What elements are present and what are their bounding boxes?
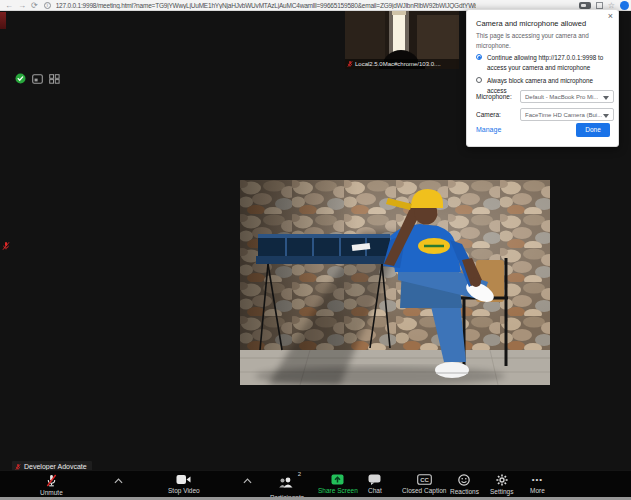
- microphone-field-label: Microphone:: [476, 93, 512, 100]
- more-button[interactable]: ••• More: [530, 474, 545, 494]
- more-label: More: [530, 487, 545, 494]
- close-icon[interactable]: ×: [608, 12, 613, 21]
- video-camera-icon: [176, 474, 191, 485]
- svg-text:CC: CC: [420, 477, 429, 483]
- share-page-icon[interactable]: [596, 2, 603, 9]
- unmute-label: Unmute: [40, 489, 63, 496]
- popup-title: Camera and microphone allowed: [476, 19, 586, 28]
- stop-video-button[interactable]: Stop Video: [168, 474, 200, 494]
- popup-body-text: This page is accessing your camera and m…: [476, 31, 610, 51]
- manage-button[interactable]: Manage: [476, 126, 501, 133]
- chevron-down-icon: [603, 96, 609, 100]
- muted-mic-icon: [347, 60, 353, 68]
- profile-avatar[interactable]: [620, 1, 629, 10]
- closed-caption-button[interactable]: CC Closed Caption: [402, 474, 446, 494]
- speaker-view-icon[interactable]: [32, 74, 43, 84]
- closed-caption-icon: CC: [417, 474, 432, 485]
- settings-button[interactable]: Settings: [490, 474, 514, 495]
- settings-gear-icon: [496, 474, 508, 486]
- url-input[interactable]: 127.0.0.1:9998/meeting.html?name=TG9jYWw…: [56, 2, 476, 9]
- closed-caption-label: Closed Caption: [402, 487, 446, 494]
- more-ellipsis-icon: •••: [532, 474, 543, 485]
- camera-select[interactable]: FaceTime HD Camera (Bui...: [520, 108, 614, 121]
- back-icon[interactable]: ←: [5, 0, 13, 11]
- video-tile-edge-artifact: [0, 12, 6, 29]
- stop-video-label: Stop Video: [168, 487, 200, 494]
- reactions-smiley-icon: [458, 474, 470, 486]
- radio-selected-icon: [476, 54, 482, 60]
- participants-icon: [279, 477, 295, 488]
- app-window: ← → ⟳ i 127.0.0.1:9998/meeting.html?name…: [0, 0, 631, 500]
- share-screen-label: Share Screen: [318, 487, 358, 494]
- settings-label: Settings: [490, 488, 514, 495]
- chevron-down-icon: [603, 114, 609, 118]
- microphone-select-value: Default - MacBook Pro Mi...: [525, 94, 598, 100]
- unmute-button[interactable]: Unmute: [40, 474, 63, 496]
- video-options-caret-icon[interactable]: [243, 478, 252, 484]
- security-shield-icon[interactable]: [15, 73, 26, 84]
- reactions-button[interactable]: Reactions: [450, 474, 479, 495]
- active-speaker-name: Developer Adovcate: [24, 463, 87, 470]
- share-screen-button[interactable]: Share Screen: [318, 474, 358, 494]
- thumbnail-name-label: Local2.5.0Mac#chrome/103.0....: [345, 59, 459, 69]
- gallery-view-icon[interactable]: [49, 74, 60, 84]
- main-video-feed: [240, 180, 550, 385]
- meeting-toolbar: Unmute Stop Video 2: [0, 470, 631, 497]
- muted-mic-icon: [2, 241, 10, 251]
- meeting-view-controls: [15, 73, 60, 84]
- radio-unselected-icon: [476, 77, 482, 83]
- camera-permission-indicator-icon[interactable]: [579, 2, 591, 9]
- microphone-row: Microphone: Default - MacBook Pro Mi...: [476, 90, 614, 103]
- done-button[interactable]: Done: [576, 123, 610, 137]
- chat-button[interactable]: Chat: [368, 474, 382, 494]
- camera-select-value: FaceTime HD Camera (Bui...: [525, 112, 602, 118]
- chat-bubble-icon: [368, 474, 381, 485]
- camera-mic-permission-popup: × Camera and microphone allowed This pag…: [466, 9, 619, 147]
- thumbnail-name-text: Local2.5.0Mac#chrome/103.0....: [355, 61, 441, 67]
- radio-option-continue-allowing[interactable]: Continue allowing http://127.0.0.1:9998 …: [476, 53, 614, 73]
- forward-icon[interactable]: →: [18, 0, 26, 11]
- share-screen-icon: [331, 474, 344, 485]
- microphone-select[interactable]: Default - MacBook Pro Mi...: [520, 90, 614, 103]
- audio-options-caret-icon[interactable]: [114, 478, 123, 484]
- page-info-icon[interactable]: i: [44, 2, 51, 9]
- reactions-label: Reactions: [450, 488, 479, 495]
- self-video-thumbnail[interactable]: Local2.5.0Mac#chrome/103.0....: [345, 11, 459, 69]
- chat-label: Chat: [368, 487, 382, 494]
- camera-field-label: Camera:: [476, 111, 501, 118]
- muted-mic-icon: [46, 474, 57, 487]
- participant-photo: [240, 180, 550, 385]
- participants-count-badge: 2: [298, 471, 301, 477]
- radio-option-label: Continue allowing http://127.0.0.1:9998 …: [487, 53, 614, 73]
- camera-row: Camera: FaceTime HD Camera (Bui...: [476, 108, 614, 121]
- reload-icon[interactable]: ⟳: [31, 0, 38, 11]
